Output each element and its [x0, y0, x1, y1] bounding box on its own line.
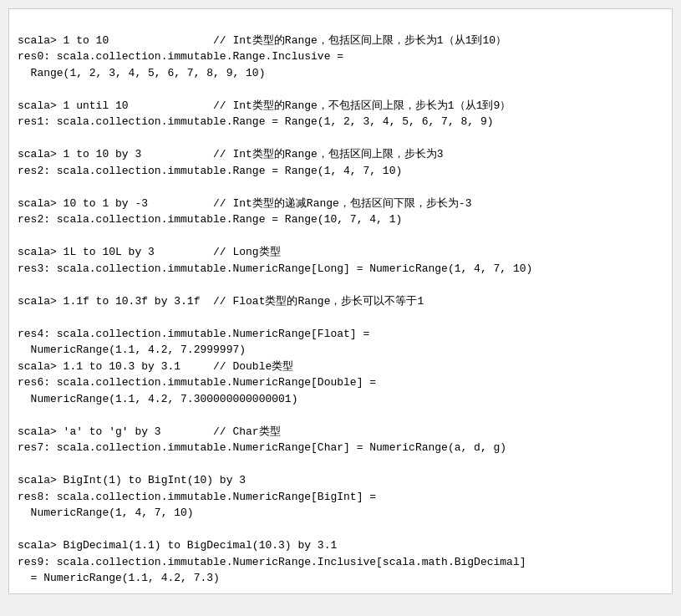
result-line: Range(1, 2, 3, 4, 5, 6, 7, 8, 9, 10): [18, 65, 663, 82]
prompt-line: scala> 1 to 10 // Int类型的Range，包括区间上限，步长为…: [18, 33, 663, 49]
terminal-window: scala> 1 to 10 // Int类型的Range，包括区间上限，步长为…: [8, 8, 673, 594]
prompt-line: scala> 1 until 10 // Int类型的Range，不包括区间上限…: [18, 98, 663, 115]
blank-line: [18, 522, 663, 538]
result-line: res6: scala.collection.immutable.Numeric…: [18, 374, 663, 391]
blank-line: [18, 130, 663, 147]
prompt-line: scala> 1.1f to 10.3f by 3.1f // Float类型的…: [18, 293, 663, 310]
result-line: res4: scala.collection.immutable.Numeric…: [18, 326, 663, 343]
result-line: NumericRange(1, 4, 7, 10): [18, 505, 663, 522]
blank-line: [18, 179, 663, 196]
blank-line: [18, 407, 663, 424]
result-line: res7: scala.collection.immutable.Numeric…: [18, 440, 663, 456]
result-line: NumericRange(1.1, 4.2, 7.2999997): [18, 342, 663, 359]
blank-line: [18, 81, 663, 98]
prompt-line: scala> 1 to 10 by 3 // Int类型的Range，包括区间上…: [18, 146, 663, 163]
blank-line: [18, 309, 663, 326]
prompt-line: scala> 'a' to 'g' by 3 // Char类型: [18, 424, 663, 440]
blank-line: [18, 456, 663, 473]
result-line: res8: scala.collection.immutable.Numeric…: [18, 489, 663, 506]
blank-line: [18, 277, 663, 293]
result-line: NumericRange(1.1, 4.2, 7.300000000000001…: [18, 391, 663, 408]
result-line: res9: scala.collection.immutable.Numeric…: [18, 554, 663, 571]
result-line: res3: scala.collection.immutable.Numeric…: [18, 261, 663, 277]
blank-line: [18, 228, 663, 245]
result-line: res2: scala.collection.immutable.Range =…: [18, 163, 663, 180]
prompt-line: scala> 1.1 to 10.3 by 3.1 // Double类型: [18, 359, 663, 375]
result-line: res1: scala.collection.immutable.Range =…: [18, 114, 663, 130]
prompt-line: scala> BigInt(1) to BigInt(10) by 3: [18, 472, 663, 489]
result-line: res2: scala.collection.immutable.Range =…: [18, 211, 663, 228]
prompt-line: scala> 1L to 10L by 3 // Long类型: [18, 244, 663, 261]
prompt-line: scala> BigDecimal(1.1) to BigDecimal(10.…: [18, 537, 663, 554]
result-line: = NumericRange(1.1, 4.2, 7.3): [18, 570, 663, 587]
prompt-line: scala> 10 to 1 by -3 // Int类型的递减Range，包括…: [18, 196, 663, 212]
result-line: res0: scala.collection.immutable.Range.I…: [18, 48, 663, 65]
